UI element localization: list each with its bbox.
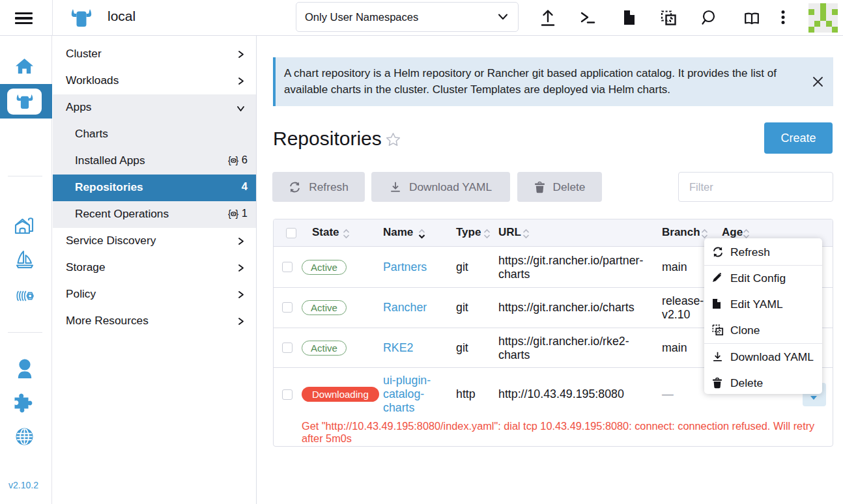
svg-text:{: { <box>228 156 231 165</box>
svg-text:}: } <box>235 156 238 165</box>
svg-text:{: { <box>228 209 231 219</box>
svg-text:}: } <box>235 209 238 219</box>
